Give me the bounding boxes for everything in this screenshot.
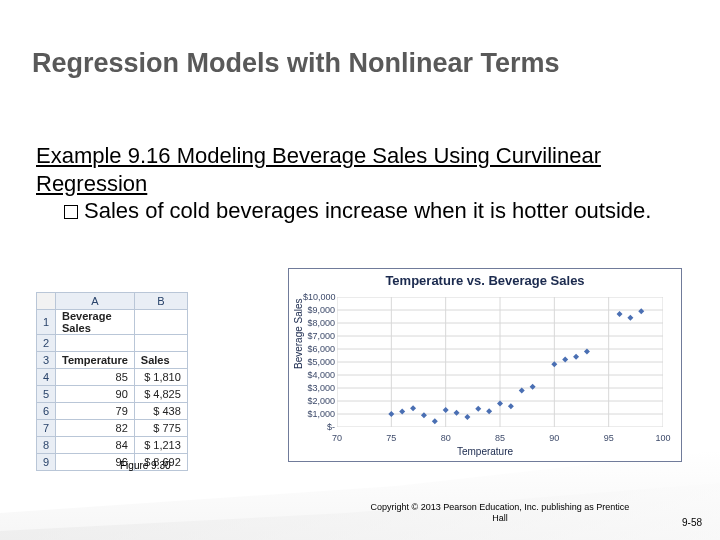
- ytick-label: $10,000: [303, 292, 335, 302]
- table-row: 3TemperatureSales: [37, 352, 188, 369]
- ytick-label: $7,000: [303, 331, 335, 341]
- ytick-label: $3,000: [303, 383, 335, 393]
- xtick-label: 70: [327, 433, 347, 443]
- chart-plot-area: [337, 297, 663, 427]
- ytick-label: $4,000: [303, 370, 335, 380]
- slide-title: Regression Models with Nonlinear Terms: [32, 48, 560, 79]
- ytick-label: $9,000: [303, 305, 335, 315]
- table-header-row: A B: [37, 293, 188, 310]
- table-row: 884$ 1,213: [37, 437, 188, 454]
- example-heading: Example 9.16 Modeling Beverage Sales Usi…: [36, 142, 676, 197]
- col-header-a: A: [56, 293, 135, 310]
- scatter-chart: Temperature vs. Beverage Sales Beverage …: [288, 268, 682, 462]
- ytick-label: $6,000: [303, 344, 335, 354]
- table-row: 782$ 775: [37, 420, 188, 437]
- spreadsheet-table: A B 1Beverage Sales 2 3TemperatureSales …: [36, 292, 188, 471]
- ytick-label: $5,000: [303, 357, 335, 367]
- chart-points: [388, 308, 644, 424]
- chart-xlabel: Temperature: [289, 446, 681, 457]
- chart-title: Temperature vs. Beverage Sales: [289, 273, 681, 288]
- table-row: 679$ 438: [37, 403, 188, 420]
- ytick-label: $8,000: [303, 318, 335, 328]
- col-header-b: B: [134, 293, 187, 310]
- bullet-text: Sales of cold beverages increase when it…: [84, 198, 651, 223]
- bullet-line: Sales of cold beverages increase when it…: [64, 197, 676, 225]
- table-row: 590$ 4,825: [37, 386, 188, 403]
- data-table: A B 1Beverage Sales 2 3TemperatureSales …: [36, 292, 188, 471]
- xtick-label: 100: [653, 433, 673, 443]
- bullet-icon: [64, 205, 78, 219]
- xtick-label: 75: [381, 433, 401, 443]
- page-number: 9-58: [682, 517, 702, 528]
- corner-cell: [37, 293, 56, 310]
- body-text: Example 9.16 Modeling Beverage Sales Usi…: [36, 142, 676, 225]
- xtick-label: 90: [544, 433, 564, 443]
- table-row: 1Beverage Sales: [37, 310, 188, 335]
- ytick-label: $-: [303, 422, 335, 432]
- table-row: 2: [37, 335, 188, 352]
- slide: Regression Models with Nonlinear Terms E…: [0, 0, 720, 540]
- chart-grid: [337, 297, 663, 427]
- xtick-label: 95: [599, 433, 619, 443]
- ytick-label: $2,000: [303, 396, 335, 406]
- copyright-text: Copyright © 2013 Pearson Education, Inc.…: [370, 502, 630, 524]
- xtick-label: 85: [490, 433, 510, 443]
- table-row: 485$ 1,810: [37, 369, 188, 386]
- figure-caption: Figure 9.30: [120, 460, 171, 471]
- ytick-label: $1,000: [303, 409, 335, 419]
- xtick-label: 80: [436, 433, 456, 443]
